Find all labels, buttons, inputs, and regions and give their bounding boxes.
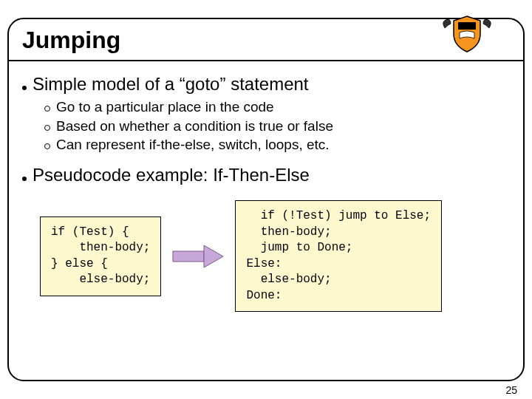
- bullet-level1: Simple model of a “goto” statement: [22, 74, 510, 95]
- slide-body: Simple model of a “goto” statement Go to…: [22, 65, 510, 372]
- bullet-level2: Can represent if-the-else, switch, loops…: [44, 135, 510, 154]
- sub-bullet-text: Can represent if-the-else, switch, loops…: [56, 135, 330, 154]
- code-box-right: if (!Test) jump to Else; then-body; jump…: [235, 200, 442, 313]
- dot-bullet-icon: [22, 86, 27, 90]
- ring-bullet-icon: [44, 106, 50, 112]
- slide-frame: Jumping Simple model of a “goto” stateme…: [7, 18, 525, 381]
- bullet-text: Pseudocode example: If-Then-Else: [33, 165, 510, 185]
- bullet-text: Simple model of a “goto” statement: [33, 74, 510, 95]
- code-box-left: if (Test) { then-body; } else { else-bod…: [40, 216, 161, 296]
- ring-bullet-icon: [44, 143, 50, 149]
- page-number: 25: [505, 384, 517, 396]
- code-row: if (Test) { then-body; } else { else-bod…: [40, 200, 510, 313]
- svg-rect-1: [173, 251, 204, 262]
- bullet-level2: Based on whether a condition is true or …: [44, 117, 510, 136]
- bullet-level1: Pseudocode example: If-Then-Else: [22, 165, 510, 185]
- princeton-crest-icon: [437, 15, 497, 56]
- svg-marker-2: [204, 245, 223, 267]
- sub-bullet-list: Go to a particular place in the code Bas…: [44, 98, 510, 154]
- sub-bullet-text: Go to a particular place in the code: [56, 98, 274, 117]
- sub-bullet-text: Based on whether a condition is true or …: [56, 117, 333, 136]
- slide-title: Jumping: [22, 27, 510, 54]
- svg-rect-0: [458, 22, 476, 30]
- ring-bullet-icon: [44, 125, 50, 131]
- bullet-level2: Go to a particular place in the code: [44, 98, 510, 117]
- dot-bullet-icon: [22, 177, 27, 181]
- right-arrow-icon: [171, 244, 225, 269]
- title-bar: Jumping: [9, 19, 523, 61]
